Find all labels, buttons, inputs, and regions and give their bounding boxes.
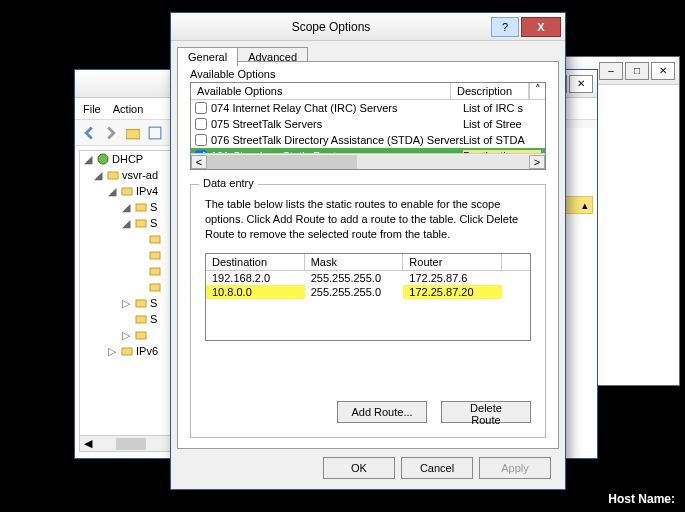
option-checkbox[interactable]	[195, 118, 207, 130]
svg-rect-0	[126, 129, 140, 138]
option-description: List of STDA	[463, 134, 541, 146]
cell-mask: 255.255.255.0	[305, 285, 404, 299]
twisty-icon[interactable]: ◢	[122, 201, 132, 214]
tree-item-label: S	[150, 201, 157, 213]
svg-rect-10	[150, 284, 160, 291]
svg-rect-1	[149, 127, 161, 139]
svg-point-2	[98, 154, 108, 164]
svg-rect-7	[150, 236, 160, 243]
twisty-icon[interactable]: ◢	[108, 185, 118, 198]
col-mask[interactable]: Mask	[305, 254, 404, 270]
server-icon	[106, 168, 120, 182]
close-button[interactable]: X	[521, 17, 561, 37]
twisty-icon[interactable]: ▷	[108, 345, 118, 358]
option-checkbox[interactable]	[195, 102, 207, 114]
twisty-icon[interactable]: ▷	[122, 329, 132, 342]
scope-options-dialog: Scope Options ? X General Advanced Avail…	[170, 12, 566, 490]
routes-table[interactable]: Destination Mask Router 192.168.2.0255.2…	[205, 253, 531, 341]
svg-rect-13	[136, 332, 146, 339]
scroll-up-icon[interactable]: ˄	[529, 83, 545, 99]
refresh-icon[interactable]	[145, 123, 165, 143]
scope-icon	[134, 200, 148, 214]
option-description: List of Stree	[463, 118, 541, 130]
close-button[interactable]: ✕	[651, 62, 675, 80]
table-header: Destination Mask Router	[206, 254, 530, 271]
col-destination[interactable]: Destination	[206, 254, 305, 270]
tab-general[interactable]: General	[177, 47, 238, 66]
folder-icon	[148, 264, 162, 278]
ipv4-icon	[120, 184, 134, 198]
col-available[interactable]: Available Options	[191, 83, 451, 99]
svg-rect-14	[122, 348, 132, 355]
tree-item-label: S	[150, 297, 157, 309]
tree-item-label: vsvr-ad	[122, 169, 158, 181]
tree-item-label: IPv4	[136, 185, 158, 197]
back-icon[interactable]	[79, 123, 99, 143]
dialog-titlebar: Scope Options ? X	[171, 13, 565, 41]
col-spacer	[502, 254, 530, 270]
col-router[interactable]: Router	[403, 254, 502, 270]
svg-rect-5	[136, 204, 146, 211]
tab-page-general: Available Options Available Options Desc…	[177, 61, 559, 449]
cell-mask: 255.255.255.0	[305, 271, 404, 285]
table-row[interactable]: 10.8.0.0255.255.255.0172.25.87.20	[206, 285, 530, 299]
twisty-icon[interactable]: ▷	[122, 297, 132, 310]
dialog-title: Scope Options	[171, 20, 491, 34]
cell-spacer	[502, 285, 530, 299]
menu-action[interactable]: Action	[113, 103, 144, 115]
svg-rect-11	[136, 300, 146, 307]
cell-destination: 10.8.0.0	[206, 285, 305, 299]
host-name-label: Host Name:	[608, 492, 675, 506]
forward-icon[interactable]	[101, 123, 121, 143]
svg-rect-4	[122, 188, 132, 195]
cell-spacer	[502, 271, 530, 285]
available-options-label: Available Options	[190, 68, 275, 80]
table-row[interactable]: 192.168.2.0255.255.255.0172.25.87.6	[206, 271, 530, 285]
option-row[interactable]: 076 StreetTalk Directory Assistance (STD…	[191, 132, 545, 148]
svg-rect-9	[150, 268, 160, 275]
svg-rect-6	[136, 220, 146, 227]
scrollbar-thumb[interactable]	[207, 155, 357, 169]
col-description[interactable]: Description	[451, 83, 529, 99]
ok-button[interactable]: OK	[323, 457, 395, 479]
svg-rect-8	[150, 252, 160, 259]
folder-icon	[134, 328, 148, 342]
folder-icon	[134, 312, 148, 326]
dhcp-icon	[96, 152, 110, 166]
add-route-button[interactable]: Add Route...	[337, 401, 427, 423]
minimize-button[interactable]: –	[599, 62, 623, 80]
cell-router: 172.25.87.20	[403, 285, 502, 299]
cancel-button[interactable]: Cancel	[401, 457, 473, 479]
dialog-button-row: OK Cancel Apply	[177, 453, 559, 483]
option-row[interactable]: 074 Internet Relay Chat (IRC) ServersLis…	[191, 100, 545, 116]
tree-item-label: IPv6	[136, 345, 158, 357]
menu-file[interactable]: File	[83, 103, 101, 115]
delete-route-button[interactable]: Delete Route	[441, 401, 531, 423]
svg-rect-12	[136, 316, 146, 323]
twisty-icon[interactable]: ◢	[94, 169, 104, 182]
cell-router: 172.25.87.6	[403, 271, 502, 285]
scroll-right-icon[interactable]: >	[529, 155, 545, 169]
available-options-list[interactable]: Available Options Description ˄ 074 Inte…	[190, 82, 546, 170]
folder-icon	[148, 248, 162, 262]
tree-item-label: S	[150, 313, 157, 325]
maximize-button[interactable]: □	[625, 62, 649, 80]
folder-icon	[148, 280, 162, 294]
folder-icon	[134, 296, 148, 310]
horizontal-scrollbar[interactable]: < >	[191, 153, 545, 169]
option-checkbox[interactable]	[195, 134, 207, 146]
scope-icon	[134, 216, 148, 230]
help-button[interactable]: ?	[491, 17, 519, 37]
option-label: 074 Internet Relay Chat (IRC) Servers	[211, 102, 463, 114]
info-text: The table below lists the static routes …	[205, 197, 531, 242]
scroll-left-icon[interactable]: <	[191, 155, 207, 169]
close-button[interactable]: ✕	[569, 75, 593, 93]
apply-button[interactable]: Apply	[479, 457, 551, 479]
option-label: 076 StreetTalk Directory Assistance (STD…	[211, 134, 463, 146]
tree-item-label: S	[150, 217, 157, 229]
folder-icon[interactable]	[123, 123, 143, 143]
twisty-icon[interactable]: ◢	[122, 217, 132, 230]
option-description: List of IRC s	[463, 102, 541, 114]
option-row[interactable]: 075 StreetTalk ServersList of Stree	[191, 116, 545, 132]
scrollbar-thumb[interactable]	[116, 438, 146, 450]
